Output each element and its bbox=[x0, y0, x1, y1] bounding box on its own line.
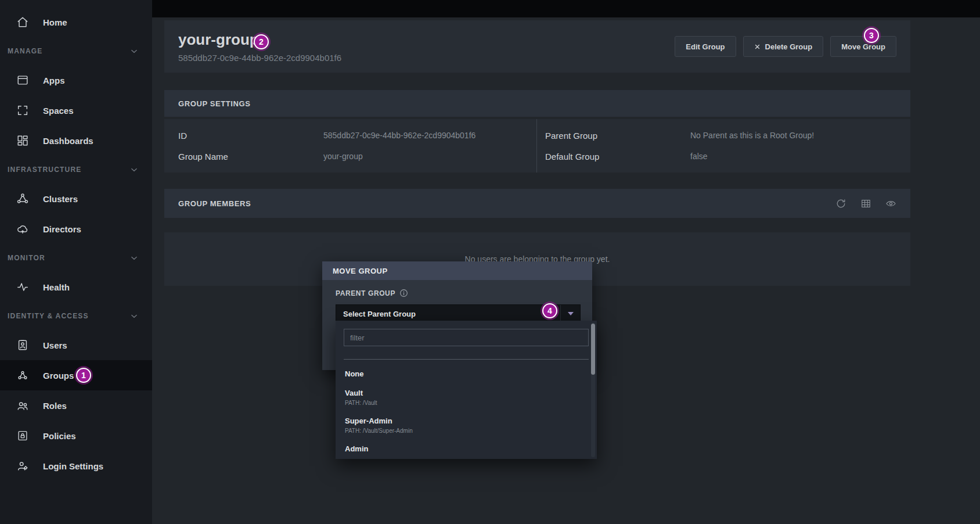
sidebar: Home MANAGE Apps Spaces Dashboards INFR bbox=[0, 0, 152, 524]
sidebar-item-label: Home bbox=[43, 17, 67, 27]
section-label: INFRASTRUCTURE bbox=[8, 166, 81, 174]
setting-value: your-group bbox=[323, 152, 363, 161]
annotation-badge-4: 4 bbox=[542, 303, 557, 318]
chevron-down-icon bbox=[560, 305, 580, 322]
group-settings-header: GROUP SETTINGS bbox=[164, 90, 910, 117]
sidebar-item-users[interactable]: Users bbox=[0, 330, 152, 360]
users-icon bbox=[16, 339, 29, 351]
sidebar-item-label: Directors bbox=[43, 224, 81, 234]
sidebar-item-spaces[interactable]: Spaces bbox=[0, 95, 152, 125]
sidebar-section-identity-access[interactable]: IDENTITY & ACCESS bbox=[0, 302, 152, 330]
app-window: Home MANAGE Apps Spaces Dashboards INFR bbox=[0, 0, 980, 524]
annotation-badge-2: 2 bbox=[254, 34, 269, 49]
sidebar-item-label: Spaces bbox=[43, 106, 74, 116]
parent-group-field-label: PARENT GROUP bbox=[336, 289, 395, 297]
sidebar-item-label: Apps bbox=[43, 76, 65, 85]
sidebar-item-policies[interactable]: Policies bbox=[0, 421, 152, 451]
dropdown-option-vault[interactable]: Vault PATH: /Vault bbox=[344, 383, 589, 411]
setting-label: Group Name bbox=[178, 152, 323, 161]
scrollbar[interactable] bbox=[591, 322, 595, 457]
chevron-down-icon bbox=[129, 164, 139, 175]
login-settings-icon bbox=[16, 460, 29, 472]
sidebar-item-label: Roles bbox=[43, 401, 67, 411]
sidebar-item-dashboards[interactable]: Dashboards bbox=[0, 125, 152, 156]
delete-group-label: Delete Group bbox=[765, 42, 813, 51]
setting-row-parent-group: Parent Group No Parent as this is a Root… bbox=[545, 125, 910, 146]
setting-value: 585ddb27-0c9e-44bb-962e-2cd9904b01f6 bbox=[323, 131, 475, 140]
edit-group-button[interactable]: Edit Group bbox=[675, 36, 736, 57]
section-title: GROUP SETTINGS bbox=[178, 99, 250, 108]
parent-group-dropdown: None Vault PATH: /Vault Super-Admin PATH… bbox=[336, 321, 597, 459]
filter-input[interactable] bbox=[344, 329, 589, 346]
option-label: None bbox=[345, 369, 588, 378]
section-label: MONITOR bbox=[8, 254, 45, 262]
option-label: Super-Admin bbox=[345, 417, 588, 425]
option-path: PATH: /Vault/Super-Admin bbox=[345, 428, 588, 434]
section-label: IDENTITY & ACCESS bbox=[8, 312, 89, 320]
sidebar-item-label: Groups bbox=[43, 371, 74, 381]
setting-value: No Parent as this is a Root Group! bbox=[690, 131, 814, 140]
info-icon bbox=[399, 289, 408, 297]
group-header-card: your-group 585ddb27-0c9e-44bb-962e-2cd99… bbox=[164, 20, 910, 73]
chevron-down-icon bbox=[129, 311, 139, 321]
setting-row-default-group: Default Group false bbox=[545, 146, 910, 167]
sidebar-section-monitor[interactable]: MONITOR bbox=[0, 244, 152, 272]
group-settings-panel: ID 585ddb27-0c9e-44bb-962e-2cd9904b01f6 … bbox=[164, 119, 910, 173]
chevron-down-icon bbox=[129, 46, 139, 56]
sidebar-item-clusters[interactable]: Clusters bbox=[0, 184, 152, 214]
dropdown-divider bbox=[344, 359, 589, 360]
sidebar-item-directors[interactable]: Directors bbox=[0, 214, 152, 244]
section-label: MANAGE bbox=[8, 47, 43, 55]
group-id-subtitle: 585ddb27-0c9e-44bb-962e-2cd9904b01f6 bbox=[178, 53, 341, 63]
scrollbar-thumb[interactable] bbox=[591, 324, 595, 375]
option-label: Vault bbox=[345, 389, 588, 397]
top-bar bbox=[152, 0, 980, 17]
sidebar-section-infrastructure[interactable]: INFRASTRUCTURE bbox=[0, 156, 152, 184]
setting-label: ID bbox=[178, 131, 323, 141]
move-group-button[interactable]: Move Group bbox=[830, 36, 896, 57]
delete-group-button[interactable]: Delete Group bbox=[743, 36, 824, 57]
annotation-badge-3: 3 bbox=[864, 28, 879, 43]
section-title: GROUP MEMBERS bbox=[178, 199, 251, 208]
setting-row-group-name: Group Name your-group bbox=[178, 146, 536, 167]
sidebar-item-label: Health bbox=[43, 282, 70, 292]
spaces-icon bbox=[16, 104, 29, 117]
sidebar-item-label: Clusters bbox=[43, 194, 78, 204]
sidebar-item-login-settings[interactable]: Login Settings bbox=[0, 451, 152, 481]
sidebar-item-label: Login Settings bbox=[43, 461, 103, 471]
eye-icon[interactable] bbox=[885, 198, 896, 209]
directors-icon bbox=[16, 222, 29, 235]
health-pulse-icon bbox=[16, 281, 29, 293]
annotation-badge-1: 1 bbox=[76, 368, 91, 383]
group-members-header: GROUP MEMBERS bbox=[164, 189, 910, 218]
sidebar-item-label: Dashboards bbox=[43, 136, 93, 146]
table-icon[interactable] bbox=[860, 198, 871, 209]
dropdown-option-admin[interactable]: Admin bbox=[344, 439, 589, 458]
refresh-icon[interactable] bbox=[835, 198, 846, 209]
sidebar-item-roles[interactable]: Roles bbox=[0, 390, 152, 421]
dropdown-option-super-admin[interactable]: Super-Admin PATH: /Vault/Super-Admin bbox=[344, 411, 589, 439]
option-path: PATH: /Vault bbox=[345, 400, 588, 406]
policies-lock-icon bbox=[16, 429, 29, 442]
setting-row-id: ID 585ddb27-0c9e-44bb-962e-2cd9904b01f6 bbox=[178, 125, 536, 146]
setting-label: Parent Group bbox=[545, 131, 690, 141]
close-icon bbox=[754, 44, 761, 50]
select-value: Select Parent Group bbox=[336, 305, 560, 322]
sidebar-item-home[interactable]: Home bbox=[0, 7, 152, 37]
sidebar-item-apps[interactable]: Apps bbox=[0, 65, 152, 95]
modal-title: MOVE GROUP bbox=[322, 261, 592, 280]
dropdown-option-none[interactable]: None bbox=[344, 364, 589, 383]
clusters-icon bbox=[16, 192, 29, 205]
apps-icon bbox=[16, 74, 29, 87]
groups-icon bbox=[16, 369, 29, 382]
roles-icon bbox=[16, 399, 29, 412]
home-icon bbox=[16, 16, 29, 28]
setting-label: Default Group bbox=[545, 152, 690, 161]
sidebar-item-health[interactable]: Health bbox=[0, 272, 152, 302]
sidebar-item-label: Policies bbox=[43, 431, 76, 441]
dashboards-icon bbox=[16, 134, 29, 147]
sidebar-item-label: Users bbox=[43, 340, 67, 350]
chevron-down-icon bbox=[129, 253, 139, 263]
sidebar-section-manage[interactable]: MANAGE bbox=[0, 37, 152, 65]
option-label: Admin bbox=[345, 444, 588, 453]
